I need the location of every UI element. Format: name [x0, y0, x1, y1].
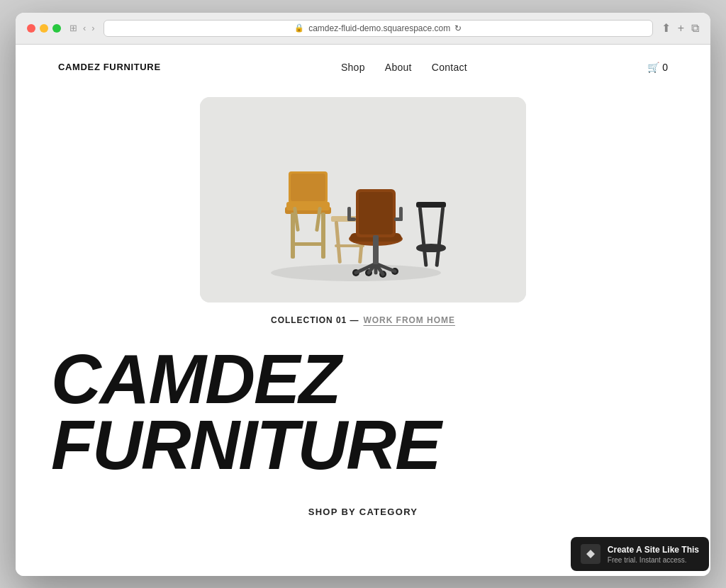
website-content: CAMDEZ FURNITURE Shop About Contact 🛒 0: [16, 45, 710, 576]
svg-rect-10: [292, 242, 324, 246]
main-content: COLLECTION 01 — WORK FROM HOME CAMDEZ FU…: [16, 90, 710, 545]
product-image-card: [200, 97, 526, 303]
new-tab-icon[interactable]: +: [678, 22, 684, 35]
cart-area[interactable]: 🛒 0: [647, 62, 668, 73]
cart-count: 0: [662, 62, 668, 73]
squarespace-badge[interactable]: Create A Site Like This Free trial. Inst…: [571, 537, 709, 571]
svg-rect-32: [399, 207, 403, 221]
refresh-icon[interactable]: ↻: [454, 23, 462, 33]
window-controls: ⊞ ‹ ›: [69, 23, 95, 33]
collection-label: COLLECTION 01 — WORK FROM HOME: [271, 315, 455, 325]
browser-chrome: ⊞ ‹ › 🔒 camdez-fluid-demo.squarespace.co…: [16, 13, 710, 45]
badge-subtitle: Free trial. Instant access.: [608, 556, 699, 564]
squarespace-logo-icon: [581, 544, 601, 564]
headline-section: CAMDEZ FURNITURE: [16, 325, 710, 485]
copy-tab-icon[interactable]: ⧉: [691, 22, 699, 35]
url-text: camdez-fluid-demo.squarespace.com: [308, 23, 450, 33]
main-headline: CAMDEZ FURNITURE: [51, 346, 675, 478]
nav-contact[interactable]: Contact: [432, 62, 467, 73]
shop-category-section: SHOP BY CATEGORY: [16, 485, 710, 545]
browser-actions: ⬆ + ⧉: [661, 21, 699, 35]
site-header: CAMDEZ FURNITURE Shop About Contact 🛒 0: [16, 45, 710, 90]
forward-icon[interactable]: ›: [91, 23, 94, 33]
svg-rect-28: [359, 192, 393, 234]
browser-window: ⊞ ‹ › 🔒 camdez-fluid-demo.squarespace.co…: [16, 13, 710, 576]
site-nav: Shop About Contact: [341, 62, 467, 73]
svg-rect-33: [373, 235, 379, 264]
nav-shop[interactable]: Shop: [341, 62, 365, 73]
nav-about[interactable]: About: [385, 62, 412, 73]
shop-category-label: SHOP BY CATEGORY: [58, 507, 668, 517]
collection-prefix: COLLECTION 01 —: [271, 315, 359, 325]
minimize-button[interactable]: [40, 24, 48, 33]
cart-icon: 🛒: [647, 62, 659, 73]
maximize-button[interactable]: [52, 24, 61, 33]
chairs-svg: [200, 97, 526, 303]
back-icon[interactable]: ‹: [83, 23, 86, 33]
lock-icon: 🔒: [294, 23, 304, 33]
svg-rect-5: [291, 174, 325, 201]
svg-rect-6: [291, 213, 295, 259]
address-bar[interactable]: 🔒 camdez-fluid-demo.squarespace.com ↻: [104, 20, 653, 37]
collection-link[interactable]: WORK FROM HOME: [363, 315, 454, 325]
svg-rect-34: [416, 202, 446, 208]
share-icon[interactable]: ⬆: [661, 21, 671, 35]
hero-section: COLLECTION 01 — WORK FROM HOME: [16, 97, 710, 325]
sidebar-toggle-icon[interactable]: ⊞: [69, 23, 77, 33]
svg-rect-7: [321, 213, 325, 259]
site-logo[interactable]: CAMDEZ FURNITURE: [58, 62, 161, 72]
squarespace-badge-text: Create A Site Like This Free trial. Inst…: [608, 545, 699, 564]
close-button[interactable]: [27, 24, 35, 33]
traffic-lights: [27, 24, 61, 33]
badge-title: Create A Site Like This: [608, 545, 699, 555]
svg-rect-31: [347, 207, 351, 221]
